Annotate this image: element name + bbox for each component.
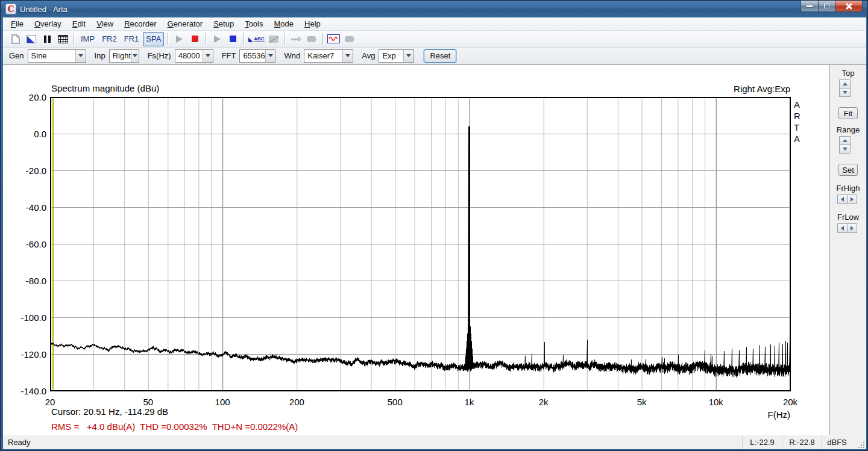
menu-item-mode[interactable]: Mode xyxy=(269,18,300,30)
toolbar-separator xyxy=(168,33,168,45)
menu-item-setup[interactable]: Setup xyxy=(208,18,239,30)
mode-fr1-button[interactable]: FR1 xyxy=(121,32,142,46)
x-tick-label: 1k xyxy=(442,397,496,407)
signal-generator-button[interactable] xyxy=(327,32,341,46)
menu-item-help[interactable]: Help xyxy=(299,18,326,30)
generator-type-select[interactable]: Sine xyxy=(28,49,86,63)
frlow-spinner[interactable] xyxy=(837,223,858,233)
title-bar[interactable]: C Untitled - Arta xyxy=(1,1,867,17)
inp-label: Inp xyxy=(95,51,105,60)
chevron-down-icon xyxy=(203,50,213,62)
frlow-label: FrLow xyxy=(830,213,866,222)
restore-button[interactable] xyxy=(818,1,835,12)
toolbar-separator xyxy=(285,33,285,45)
left-arrow-icon xyxy=(841,226,844,231)
set-button[interactable]: Set xyxy=(838,164,858,176)
play-button[interactable] xyxy=(172,32,186,46)
play-generator-button[interactable] xyxy=(210,32,224,46)
calibrate-button xyxy=(289,32,303,46)
frhigh-right-button[interactable] xyxy=(847,194,857,204)
right-level-indicator: R:-22.8 xyxy=(782,435,822,449)
spectrum-trace xyxy=(51,126,791,378)
table-button[interactable] xyxy=(55,32,70,46)
mode-spa-button[interactable]: SPA xyxy=(143,32,164,46)
x-tick-label: 20 xyxy=(23,397,77,407)
calibrate-icon xyxy=(291,37,301,42)
record-icon xyxy=(192,36,198,42)
menu-item-edit[interactable]: Edit xyxy=(67,18,91,30)
frlow-left-button[interactable] xyxy=(837,223,848,233)
down-arrow-icon xyxy=(843,91,848,94)
menu-item-tools[interactable]: Tools xyxy=(239,18,268,30)
y-tick-label: -20.0 xyxy=(1,166,46,176)
level-unit-label: dBFS xyxy=(822,435,852,449)
chevron-down-icon xyxy=(265,50,275,62)
top-up-button[interactable] xyxy=(839,79,851,89)
app-window: C Untitled - Arta FileOverlayEditViewRec… xyxy=(0,0,868,451)
x-tick-label: 20k xyxy=(763,397,817,407)
range-spinner[interactable] xyxy=(839,136,851,154)
sample-rate-select[interactable]: 48000 xyxy=(175,49,213,63)
y-tick-label: -100.0 xyxy=(1,313,46,323)
overlay-button[interactable] xyxy=(24,32,39,46)
toolbar-separator xyxy=(206,33,206,45)
play2-icon xyxy=(214,36,221,43)
window-title: Untitled - Arta xyxy=(20,5,68,14)
pause-button[interactable] xyxy=(40,32,54,46)
magnitude-scaling-button[interactable]: ABC xyxy=(248,32,265,46)
left-arrow-icon xyxy=(841,197,844,202)
range-up-button[interactable] xyxy=(839,136,851,145)
resize-grip[interactable] xyxy=(855,439,865,449)
signal-generator-icon xyxy=(327,34,340,43)
minimize-icon xyxy=(807,5,813,7)
window-function-select[interactable]: Kaiser7 xyxy=(304,49,353,63)
close-icon xyxy=(845,2,852,10)
y-tick-label: -40.0 xyxy=(1,202,46,213)
frhigh-left-button[interactable] xyxy=(837,194,848,204)
minimize-button[interactable] xyxy=(800,1,819,12)
chart-title: Spectrum magnitude (dBu) xyxy=(51,83,159,93)
new-file-button[interactable] xyxy=(8,32,23,46)
fit-button[interactable]: Fit xyxy=(838,107,858,119)
top-spinner[interactable] xyxy=(839,79,851,98)
range-down-button[interactable] xyxy=(839,145,851,154)
range-label: Range xyxy=(830,125,866,134)
mode-fr2-button[interactable]: FR2 xyxy=(99,32,120,46)
x-tick-label: 200 xyxy=(269,397,324,407)
x-tick-label: 500 xyxy=(368,397,422,407)
status-bar: Ready L:-22.9 R:-22.8 dBFS xyxy=(3,435,866,449)
fft-size-select[interactable]: 65536 xyxy=(239,49,275,63)
frhigh-spinner[interactable] xyxy=(837,194,858,204)
averaging-select[interactable]: Exp xyxy=(379,49,414,63)
rms-thd-readout: RMS = +4.0 dBu(A) THD =0.00032% THD+N =0… xyxy=(51,421,298,432)
record-button[interactable] xyxy=(187,32,202,46)
blob2-icon xyxy=(345,36,354,42)
frhigh-label: FrHigh xyxy=(830,184,866,193)
stop-generator-button[interactable] xyxy=(225,32,240,46)
top-down-button[interactable] xyxy=(839,88,851,97)
close-button[interactable] xyxy=(835,1,863,12)
menu-item-generator[interactable]: Generator xyxy=(162,18,209,30)
right-arrow-icon xyxy=(851,197,854,202)
x-axis-title: F(Hz) xyxy=(742,409,790,420)
y-tick-label: -60.0 xyxy=(1,239,46,249)
y-tick-label: -80.0 xyxy=(1,276,46,286)
menu-item-view[interactable]: View xyxy=(91,18,119,30)
table-icon xyxy=(58,35,68,43)
menu-item-file[interactable]: File xyxy=(5,18,29,30)
spectrum-plot[interactable] xyxy=(50,97,791,392)
mode-imp-button[interactable]: IMP xyxy=(78,32,98,46)
input-channel-select[interactable]: Right xyxy=(109,49,139,63)
disabled-tool-button xyxy=(304,32,319,46)
new-file-icon xyxy=(11,34,20,44)
toolbar-separator xyxy=(244,33,244,45)
menu-item-recorder[interactable]: Recorder xyxy=(119,18,162,30)
toolbar-separator xyxy=(322,33,323,45)
menu-item-overlay[interactable]: Overlay xyxy=(29,18,67,30)
arta-watermark: A R T A xyxy=(794,99,800,145)
gen-label: Gen xyxy=(9,51,24,60)
channel-avg-label: Right Avg:Exp xyxy=(627,84,790,94)
app-icon[interactable]: C xyxy=(5,4,16,14)
frlow-right-button[interactable] xyxy=(847,223,857,233)
reset-button[interactable]: Reset xyxy=(424,49,456,63)
